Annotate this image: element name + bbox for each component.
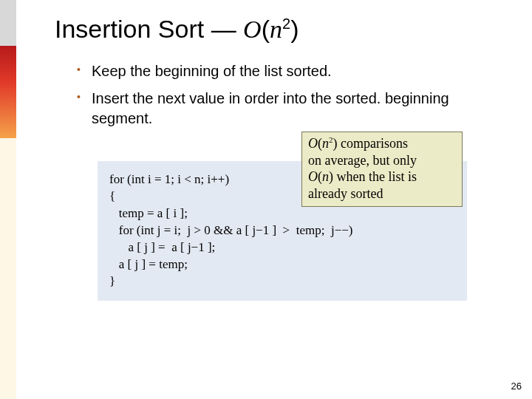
- bigO-O: O: [243, 16, 262, 43]
- bullet-item: Insert the next value in order into the …: [77, 89, 502, 129]
- note-rest3: ) when the list is: [329, 169, 417, 184]
- slide-title: Insertion Sort — O(n2): [55, 15, 502, 44]
- note-rest1: ) comparisons: [333, 136, 408, 151]
- note-var2: n: [322, 169, 329, 184]
- bigO-var: n: [270, 16, 282, 43]
- note-callout: O(n2) comparisons on average, but only O…: [301, 132, 463, 207]
- note-var: n: [322, 136, 329, 151]
- note-line2: on average, but only: [308, 153, 417, 168]
- note-O: O: [308, 136, 318, 151]
- bullet-item: Keep the beginning of the list sorted.: [77, 61, 502, 81]
- bigO-close: ): [290, 15, 299, 43]
- page-number: 26: [511, 381, 522, 392]
- note-O2: O: [308, 169, 318, 184]
- bigO-open: (: [262, 15, 270, 43]
- note-line4: already sorted: [308, 186, 383, 201]
- title-prefix: Insertion Sort —: [55, 15, 243, 43]
- bullet-list: Keep the beginning of the list sorted. I…: [59, 61, 502, 129]
- bigO-exp: 2: [282, 16, 290, 32]
